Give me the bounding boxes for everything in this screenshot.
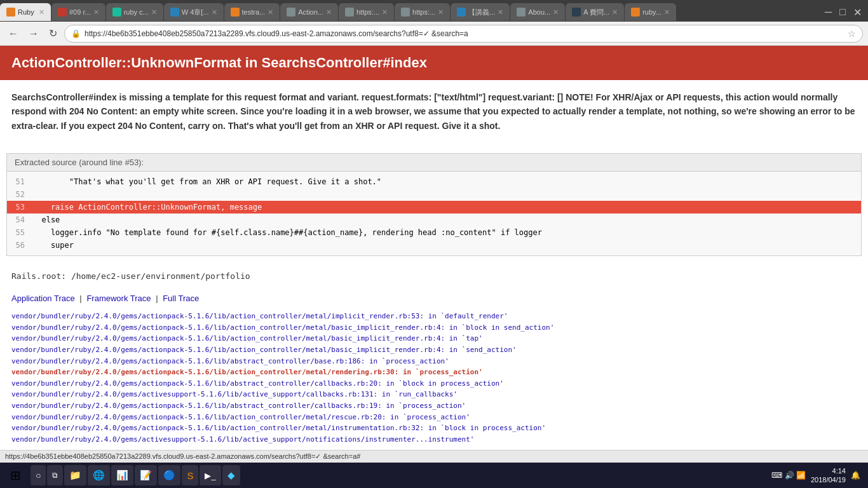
line-content-54: else (32, 214, 861, 226)
tab-title-7: https:... (356, 8, 379, 16)
tab-title-3: ruby c... (124, 8, 149, 16)
line-content-52 (32, 189, 861, 200)
tab-close-4[interactable]: ✕ (212, 8, 217, 17)
tab-10[interactable]: Abou... ✕ (510, 3, 565, 21)
extracted-source-header: Extracted source (around line #53): (7, 154, 861, 172)
taskbar-task-view[interactable]: ⧉ (47, 465, 63, 485)
taskbar-terminal[interactable]: ▶_ (200, 465, 220, 485)
excel-icon: 📊 (116, 470, 128, 481)
taskbar-edge[interactable]: 🌐 (88, 465, 110, 485)
taskbar-word[interactable]: 📝 (135, 465, 157, 485)
windows-icon: ⊞ (10, 468, 21, 483)
tab-title-6: Action... (298, 8, 323, 16)
tab-3[interactable]: ruby c... ✕ (106, 3, 163, 21)
tab-1[interactable]: #09 r... ✕ (51, 3, 105, 21)
address-bar[interactable]: 🔒 https://4be6b351ebbe408eb25850a7213a22… (64, 25, 863, 43)
tab-8[interactable]: https:... ✕ (395, 3, 450, 21)
line-content-51: "That's what you'll get from an XHR or A… (32, 176, 861, 187)
status-bar: https://4be6b351ebbe408eb25850a7213a2289… (0, 450, 868, 463)
trace-item-9[interactable]: vendor/bundler/ruby/2.4.0/gems/actionpac… (11, 412, 857, 423)
refresh-button[interactable]: ↻ (46, 26, 60, 41)
tab-close-8[interactable]: ✕ (438, 8, 444, 17)
tab-9[interactable]: 【講義... ✕ (451, 3, 510, 21)
trace-item-6[interactable]: vendor/bundler/ruby/2.4.0/gems/actionpac… (11, 378, 857, 390)
tab-close-5[interactable]: ✕ (268, 8, 273, 17)
trace-item-8[interactable]: vendor/bundler/ruby/2.4.0/gems/actionpac… (11, 400, 857, 412)
trace-item-10[interactable]: vendor/bundler/ruby/2.4.0/gems/actionpac… (11, 423, 857, 434)
code-line-54: 54 else (7, 214, 861, 226)
line-number-53: 53 (7, 201, 32, 213)
tab-close-11[interactable]: ✕ (612, 8, 618, 17)
tab-close-7[interactable]: ✕ (382, 8, 388, 17)
tab-4[interactable]: W 4章[... ✕ (164, 3, 224, 21)
notification-icon[interactable]: 🔔 (851, 471, 860, 480)
tab-close-12[interactable]: ✕ (664, 8, 670, 17)
line-number-51: 51 (7, 176, 32, 187)
tab-close-10[interactable]: ✕ (553, 8, 559, 17)
tab-12[interactable]: ruby... ✕ (625, 3, 676, 21)
tab-5[interactable]: testra... ✕ (224, 3, 280, 21)
taskbar-file-explorer[interactable]: 📁 (64, 465, 86, 485)
code-line-56: 56 super (7, 239, 861, 252)
bookmark-icon[interactable]: ☆ (848, 29, 856, 39)
trace-item-4[interactable]: vendor/bundler/ruby/2.4.0/gems/actionpac… (11, 356, 857, 367)
application-trace-link[interactable]: Application Trace (11, 294, 75, 303)
tab-title-ruby: Ruby (18, 8, 36, 16)
back-button[interactable]: ← (5, 27, 22, 41)
tab-favicon-4 (170, 8, 179, 17)
taskbar-sublime[interactable]: S (182, 465, 198, 485)
maximize-button[interactable]: □ (839, 6, 846, 18)
tab-close-6[interactable]: ✕ (326, 8, 332, 17)
taskbar-chrome[interactable]: 🔵 (158, 465, 180, 485)
taskbar-tray: ⌨ 🔊 📶 4:14 2018/04/19 🔔 (771, 466, 865, 485)
trace-item-1[interactable]: vendor/bundler/ruby/2.4.0/gems/actionpac… (11, 322, 857, 334)
tab-close-ruby[interactable]: ✕ (39, 8, 44, 17)
extracted-source: Extracted source (around line #53): 51 "… (6, 153, 862, 256)
tab-close-1[interactable]: ✕ (93, 8, 99, 17)
taskbar-search[interactable]: ○ (31, 465, 46, 485)
rails-root: Rails.root: /home/ec2-user/environment/p… (0, 266, 868, 286)
trace-item-5[interactable]: vendor/bundler/ruby/2.4.0/gems/actionpac… (11, 367, 857, 378)
tab-7[interactable]: https:... ✕ (339, 3, 394, 21)
tab-favicon-10 (517, 8, 526, 17)
tab-close-9[interactable]: ✕ (498, 8, 503, 17)
app-icon: ◆ (227, 470, 235, 481)
taskbar-start-button[interactable]: ⊞ (3, 463, 28, 485)
folder-icon: 📁 (69, 470, 81, 481)
trace-item-3[interactable]: vendor/bundler/ruby/2.4.0/gems/actionpac… (11, 344, 857, 356)
trace-item-7[interactable]: vendor/bundler/ruby/2.4.0/gems/activesup… (11, 389, 857, 400)
line-content-56: super (32, 240, 861, 251)
tab-favicon-6 (287, 8, 295, 17)
browser-chrome: Ruby ✕ #09 r... ✕ ruby c... ✕ W 4章[... ✕… (0, 0, 868, 46)
trace-links: Application Trace | Framework Trace | Fu… (0, 291, 868, 308)
trace-item-2[interactable]: vendor/bundler/ruby/2.4.0/gems/actionpac… (11, 333, 857, 344)
line-content-53: raise ActionController::UnknownFormat, m… (32, 201, 861, 213)
address-text: https://4be6b351ebbe408eb25850a7213a2289… (85, 29, 844, 38)
error-header: ActionController::UnknownFormat in Searc… (0, 46, 868, 80)
tab-title-12: ruby... (642, 8, 661, 16)
code-line-52: 52 (7, 188, 861, 201)
trace-item-11[interactable]: vendor/bundler/ruby/2.4.0/gems/activesup… (11, 434, 857, 445)
trace-sep-1: | (79, 294, 81, 303)
tab-favicon-3 (112, 8, 121, 17)
close-button[interactable]: ✕ (853, 6, 862, 18)
full-trace-link[interactable]: Full Trace (163, 294, 199, 303)
trace-item-0[interactable]: vendor/bundler/ruby/2.4.0/gems/actionpac… (11, 311, 857, 322)
trace-list: vendor/bundler/ruby/2.4.0/gems/actionpac… (0, 308, 868, 447)
code-line-55: 55 logger.info "No template found for #{… (7, 226, 861, 239)
tab-6[interactable]: Action... ✕ (280, 3, 338, 21)
tab-close-3[interactable]: ✕ (151, 8, 157, 17)
tab-ruby[interactable]: Ruby ✕ (0, 3, 51, 21)
minimize-button[interactable]: ─ (825, 6, 832, 18)
tab-11[interactable]: A 費問... ✕ (566, 3, 624, 21)
taskbar-app2[interactable]: ◆ (222, 465, 240, 485)
line-number-52: 52 (7, 189, 32, 200)
taskbar-clock: 4:14 2018/04/19 (811, 466, 846, 485)
error-title: ActionController::UnknownFormat in Searc… (11, 55, 857, 71)
sublime-icon: S (187, 470, 193, 481)
framework-trace-link[interactable]: Framework Trace (86, 294, 151, 303)
tab-favicon-1 (58, 8, 67, 17)
taskbar-excel[interactable]: 📊 (111, 465, 133, 485)
forward-button[interactable]: → (25, 27, 42, 41)
status-url: https://4be6b351ebbe408eb25850a7213a2289… (5, 452, 360, 461)
